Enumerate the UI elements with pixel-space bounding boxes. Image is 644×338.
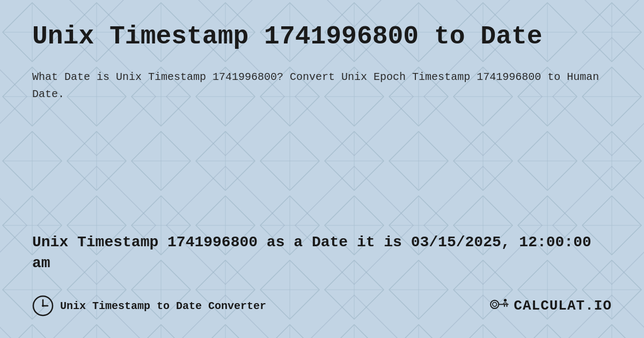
logo-area: CALCULAT.IO bbox=[489, 298, 612, 314]
footer-left: Unix Timestamp to Date Converter bbox=[32, 295, 266, 317]
svg-point-11 bbox=[42, 305, 44, 307]
svg-point-13 bbox=[493, 303, 497, 307]
svg-point-17 bbox=[504, 299, 507, 302]
logo-text: CALCULAT.IO bbox=[514, 298, 612, 314]
page-description: What Date is Unix Timestamp 1741996800? … bbox=[32, 69, 612, 103]
svg-point-12 bbox=[491, 300, 499, 308]
logo-icon bbox=[489, 298, 509, 313]
page-title: Unix Timestamp 1741996800 to Date bbox=[32, 21, 612, 53]
footer-label: Unix Timestamp to Date Converter bbox=[60, 300, 266, 312]
clock-icon bbox=[32, 295, 54, 317]
result-text: Unix Timestamp 1741996800 as a Date it i… bbox=[32, 232, 612, 274]
